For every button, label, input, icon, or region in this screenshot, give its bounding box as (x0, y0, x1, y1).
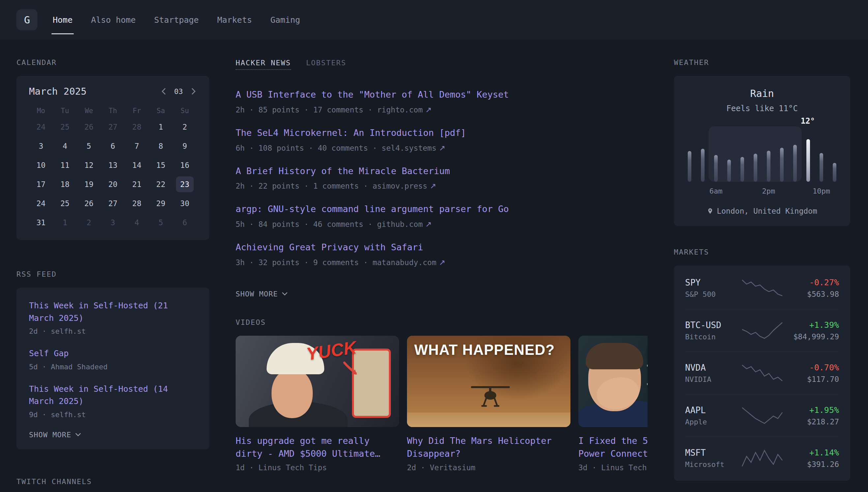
news-item-title[interactable]: The SeL4 Microkernel: An Introduction [p… (236, 127, 648, 139)
market-ticker: BTC-USD (685, 320, 735, 330)
calendar-day: 25 (53, 117, 77, 137)
thumbnail-art (407, 413, 571, 427)
calendar-day: 11 (53, 156, 77, 175)
video-title[interactable]: His upgrade got me really dirty - AMD $5… (236, 434, 399, 460)
video-meta: 2d · Veritasium (407, 463, 571, 472)
calendar-day: 26 (77, 194, 101, 213)
thumbnail-art (352, 348, 391, 418)
calendar-day: 12 (77, 156, 101, 175)
chevron-down-icon (282, 292, 288, 296)
market-row-aapl[interactable]: AAPL Apple +1.95% $218.27 (685, 394, 839, 437)
calendar-day: 29 (149, 194, 173, 213)
list-item: A Brief History of the Miracle Bacterium… (236, 165, 648, 191)
rss-item-title[interactable]: This Week in Self-Hosted (21 March 2025) (29, 299, 197, 324)
nav-tab-home[interactable]: Home (53, 0, 73, 40)
calendar-day: 5 (149, 213, 173, 232)
market-row-nvda[interactable]: NVDA NVIDIA -0.70% $117.70 (685, 352, 839, 394)
video-thumbnail[interactable]: WHAT HAPPENED? (407, 336, 571, 427)
calendar-day: 3 (101, 213, 125, 232)
caption-line: T (647, 379, 648, 398)
weekday-label: Su (173, 107, 197, 115)
nav-tab-also-home[interactable]: Also home (91, 0, 135, 40)
market-change: -0.27% (790, 278, 839, 287)
nav-tab-startpage[interactable]: Startpage (154, 0, 199, 40)
calendar-day-today: 23 (176, 176, 194, 192)
chevron-right-icon[interactable] (189, 88, 197, 95)
time-label: 2pm (762, 187, 775, 195)
list-item: This Week in Self-Hosted (21 March 2025)… (29, 299, 197, 335)
calendar-widget: March 2025 03 Mo Tu We Th Fr Sa (17, 76, 209, 240)
current-temp-label: 12° (801, 116, 815, 126)
calendar-day: 17 (29, 175, 53, 194)
thumbnail-caption-text: DO TH T (647, 343, 648, 398)
nav-tab-markets[interactable]: Markets (217, 0, 252, 40)
external-link-icon[interactable]: ↗ (425, 220, 432, 228)
market-price: $84,999.29 (790, 333, 839, 341)
weekday-label: Sa (149, 107, 173, 115)
news-item-title[interactable]: A Brief History of the Miracle Bacterium (236, 165, 648, 177)
calendar-grid: 2425262728123456789101112131415161718192… (29, 117, 197, 232)
market-row-btc-usd[interactable]: BTC-USD Bitcoin +1.39% $84,999.29 (685, 309, 839, 352)
weather-bar (714, 155, 718, 182)
market-row-spy[interactable]: SPY S&P 500 -0.27% $563.98 (685, 267, 839, 309)
weekday-label: Th (101, 107, 125, 115)
news-item-title[interactable]: argp: GNU-style command line argument pa… (236, 203, 648, 215)
external-link-icon[interactable]: ↗ (439, 144, 445, 152)
weather-bar (727, 159, 731, 182)
weather-location: London, United Kingdom (686, 207, 838, 215)
news-item-meta: 2h · 22 points · 1 comments · asimov.pre… (236, 181, 648, 191)
calendar-day: 5 (77, 137, 101, 156)
market-name: S&P 500 (685, 290, 735, 298)
calendar-day: 27 (101, 194, 125, 213)
videos-row: YUCK His upgrade got me really dirty - A… (236, 336, 648, 472)
list-item: This Week in Self-Hosted (14 March 2025)… (29, 383, 197, 419)
left-column: CALENDAR March 2025 03 Mo Tu We Th (17, 58, 209, 486)
video-title[interactable]: I Fixed the 5090's Melting Power Connect… (578, 434, 648, 460)
sparkline-chart (741, 449, 784, 468)
video-title[interactable]: Why Did The Mars Helicopter Disappear? (407, 434, 571, 460)
video-thumbnail[interactable]: YUCK (236, 336, 399, 427)
calendar-day: 16 (173, 156, 197, 175)
show-more-label: SHOW MORE (29, 430, 71, 439)
thumbnail-sticker-text: YUCK (305, 337, 358, 364)
nav-tab-gaming[interactable]: Gaming (270, 0, 300, 40)
news-meta-text: 2h · 85 points · 17 comments · righto.co… (236, 105, 423, 114)
weather-widget: Rain Feels like 11°C 12° 6am 2pm 10pm Lo… (674, 76, 850, 226)
weather-condition: Rain (686, 88, 838, 99)
right-column: WEATHER Rain Feels like 11°C 12° 6am 2pm… (674, 58, 850, 486)
market-price: $218.27 (790, 417, 839, 426)
rss-show-more-button[interactable]: SHOW MORE (29, 430, 81, 439)
thumbnail-art (585, 343, 643, 369)
news-meta-text: 3h · 32 points · 9 comments · matanabudy… (236, 258, 436, 267)
news-show-more-button[interactable]: SHOW MORE (236, 290, 288, 298)
calendar-day: 27 (101, 117, 125, 137)
weather-bar (754, 154, 757, 182)
app-logo[interactable]: G (17, 9, 37, 30)
list-item: argp: GNU-style command line argument pa… (236, 203, 648, 229)
sparkline-chart (741, 279, 784, 297)
tab-hacker-news[interactable]: HACKER NEWS (236, 59, 291, 70)
thumbnail-art (271, 369, 313, 418)
video-thumbnail[interactable]: DO TH T (578, 336, 648, 427)
rss-item-title[interactable]: This Week in Self-Hosted (14 March 2025) (29, 383, 197, 408)
market-price: $563.98 (790, 290, 839, 298)
videos-section-title: VIDEOS (236, 318, 648, 327)
chevron-left-icon[interactable] (160, 88, 168, 95)
arrow-annotation-icon (342, 362, 362, 380)
calendar-day: 4 (125, 213, 149, 232)
calendar-day: 3 (29, 137, 53, 156)
list-item: Achieving Great Privacy with Safari 3h ·… (236, 241, 648, 267)
calendar-day: 24 (29, 117, 53, 137)
calendar-day: 9 (173, 137, 197, 156)
news-item-title[interactable]: Achieving Great Privacy with Safari (236, 241, 648, 253)
external-link-icon[interactable]: ↗ (439, 258, 445, 267)
tab-lobsters[interactable]: LOBSTERS (306, 59, 346, 67)
rss-item-title[interactable]: Self Gap (29, 347, 197, 360)
news-item-title[interactable]: A USB Interface to the "Mother of All De… (236, 89, 648, 101)
market-name: Bitcoin (685, 333, 735, 341)
external-link-icon[interactable]: ↗ (430, 182, 436, 190)
market-row-msft[interactable]: MSFT Microsoft +1.14% $391.26 (685, 437, 839, 479)
video-meta: 3d · Linus Tech Tips (578, 463, 648, 472)
external-link-icon[interactable]: ↗ (425, 105, 432, 114)
calendar-section-title: CALENDAR (17, 58, 209, 67)
